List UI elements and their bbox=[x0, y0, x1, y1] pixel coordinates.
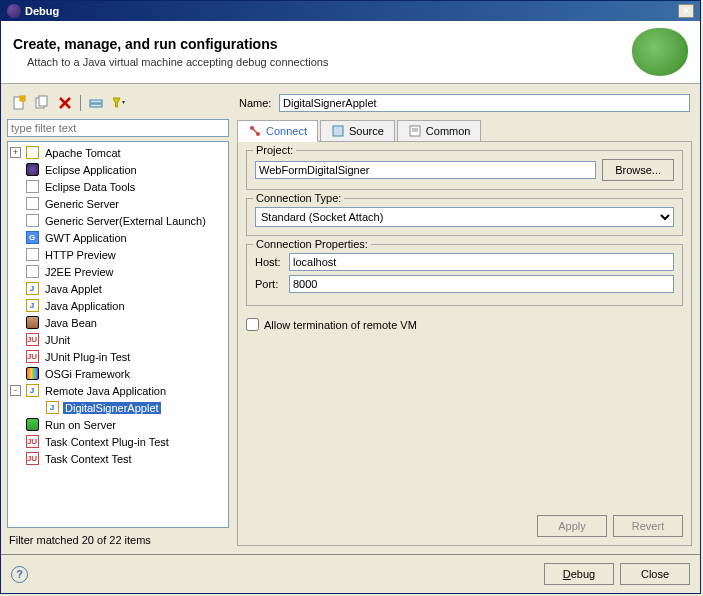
svg-rect-5 bbox=[39, 96, 47, 106]
connect-tab-panel: Project: Browse... Connection Type: Stan… bbox=[237, 142, 692, 546]
tree-item-label: JUnit bbox=[43, 334, 72, 346]
help-icon[interactable]: ? bbox=[11, 566, 28, 583]
config-type-icon bbox=[24, 196, 40, 212]
connection-type-group: Connection Type: Standard (Socket Attach… bbox=[246, 198, 683, 236]
tab-strip: ConnectSourceCommon bbox=[237, 120, 692, 142]
header-subtitle: Attach to a Java virtual machine accepti… bbox=[27, 56, 632, 68]
config-type-icon: JU bbox=[24, 434, 40, 450]
tree-item[interactable]: JUJUnit Plug-in Test bbox=[8, 348, 228, 365]
tree-item-label: Eclipse Data Tools bbox=[43, 181, 137, 193]
apply-button[interactable]: Apply bbox=[537, 515, 607, 537]
close-button[interactable]: Close bbox=[620, 563, 690, 585]
tree-item-label: JUnit Plug-in Test bbox=[43, 351, 132, 363]
project-group-title: Project: bbox=[253, 144, 296, 156]
name-label: Name: bbox=[239, 97, 279, 109]
svg-line-12 bbox=[253, 129, 257, 133]
config-type-icon: JU bbox=[24, 349, 40, 365]
config-type-icon bbox=[24, 247, 40, 263]
tree-item[interactable]: OSGi Framework bbox=[8, 365, 228, 382]
tree-item-label: HTTP Preview bbox=[43, 249, 118, 261]
tree-item-label: OSGi Framework bbox=[43, 368, 132, 380]
tree-item[interactable]: Eclipse Application bbox=[8, 161, 228, 178]
tree-item[interactable]: Generic Server(External Launch) bbox=[8, 212, 228, 229]
config-type-icon bbox=[24, 162, 40, 178]
titlebar[interactable]: Debug ✕ bbox=[1, 1, 700, 21]
tree-item-label: Java Application bbox=[43, 300, 127, 312]
tree-item[interactable]: JUTask Context Plug-in Test bbox=[8, 433, 228, 450]
tree-item-label: Java Applet bbox=[43, 283, 104, 295]
tab-label: Connect bbox=[266, 125, 307, 137]
tab-label: Common bbox=[426, 125, 471, 137]
delete-config-button[interactable] bbox=[55, 93, 75, 113]
debug-button[interactable]: Debug bbox=[544, 563, 614, 585]
tree-item[interactable]: Generic Server bbox=[8, 195, 228, 212]
revert-button[interactable]: Revert bbox=[613, 515, 683, 537]
tab-source[interactable]: Source bbox=[320, 120, 395, 141]
window-title: Debug bbox=[25, 5, 678, 17]
svg-rect-13 bbox=[333, 126, 343, 136]
connection-properties-group: Connection Properties: Host: Port: bbox=[246, 244, 683, 306]
tree-expander[interactable]: - bbox=[10, 385, 21, 396]
project-input[interactable] bbox=[255, 161, 596, 179]
config-type-icon: J bbox=[24, 298, 40, 314]
tree-item[interactable]: JJava Application bbox=[8, 297, 228, 314]
tree-item-label: Task Context Plug-in Test bbox=[43, 436, 171, 448]
tree-item-label: Generic Server bbox=[43, 198, 121, 210]
tree-item-label: Apache Tomcat bbox=[43, 147, 123, 159]
tree-item-label: Task Context Test bbox=[43, 453, 134, 465]
tree-item[interactable]: +Apache Tomcat bbox=[8, 144, 228, 161]
config-type-icon: J bbox=[44, 400, 60, 416]
tree-item[interactable]: Run on Server bbox=[8, 416, 228, 433]
tree-item-label: Run on Server bbox=[43, 419, 118, 431]
tree-expander[interactable]: + bbox=[10, 147, 21, 158]
browse-button[interactable]: Browse... bbox=[602, 159, 674, 181]
tree-item[interactable]: Eclipse Data Tools bbox=[8, 178, 228, 195]
tree-item[interactable]: GGWT Application bbox=[8, 229, 228, 246]
connection-type-select[interactable]: Standard (Socket Attach) bbox=[255, 207, 674, 227]
allow-termination-checkbox[interactable] bbox=[246, 318, 259, 331]
connection-type-title: Connection Type: bbox=[253, 192, 344, 204]
tree-item[interactable]: JUJUnit bbox=[8, 331, 228, 348]
tree-item[interactable]: JUTask Context Test bbox=[8, 450, 228, 467]
tab-connect[interactable]: Connect bbox=[237, 120, 318, 142]
filter-dropdown-button[interactable] bbox=[109, 93, 129, 113]
duplicate-config-button[interactable] bbox=[32, 93, 52, 113]
dialog-header: Create, manage, and run configurations A… bbox=[1, 21, 700, 84]
eclipse-icon bbox=[7, 4, 21, 18]
new-config-button[interactable] bbox=[9, 93, 29, 113]
tree-item[interactable]: JDigitalSignerApplet bbox=[8, 399, 228, 416]
collapse-all-button[interactable] bbox=[86, 93, 106, 113]
tree-item[interactable]: HTTP Preview bbox=[8, 246, 228, 263]
tree-item-label: Generic Server(External Launch) bbox=[43, 215, 208, 227]
svg-rect-8 bbox=[90, 100, 102, 103]
config-type-icon: J bbox=[24, 281, 40, 297]
tree-item-label: Java Bean bbox=[43, 317, 99, 329]
config-type-icon bbox=[24, 366, 40, 382]
config-type-icon bbox=[24, 264, 40, 280]
tree-item[interactable]: -JRemote Java Application bbox=[8, 382, 228, 399]
host-label: Host: bbox=[255, 256, 289, 268]
tab-common[interactable]: Common bbox=[397, 120, 482, 141]
tree-item-label: Eclipse Application bbox=[43, 164, 139, 176]
config-type-icon: JU bbox=[24, 332, 40, 348]
config-type-icon bbox=[24, 179, 40, 195]
config-type-icon bbox=[24, 213, 40, 229]
name-input[interactable] bbox=[279, 94, 690, 112]
host-input[interactable] bbox=[289, 253, 674, 271]
config-type-icon: G bbox=[24, 230, 40, 246]
config-type-icon: JU bbox=[24, 451, 40, 467]
tree-item[interactable]: JJava Applet bbox=[8, 280, 228, 297]
tree-item-label: J2EE Preview bbox=[43, 266, 115, 278]
port-label: Port: bbox=[255, 278, 289, 290]
close-icon[interactable]: ✕ bbox=[678, 4, 694, 18]
config-type-icon bbox=[24, 417, 40, 433]
config-tree[interactable]: +Apache TomcatEclipse ApplicationEclipse… bbox=[7, 141, 229, 528]
port-input[interactable] bbox=[289, 275, 674, 293]
tree-item[interactable]: J2EE Preview bbox=[8, 263, 228, 280]
tree-item[interactable]: Java Bean bbox=[8, 314, 228, 331]
filter-input[interactable] bbox=[7, 119, 229, 137]
toolbar-separator bbox=[80, 95, 81, 111]
config-toolbar bbox=[7, 90, 229, 119]
config-type-icon bbox=[24, 145, 40, 161]
config-type-icon: J bbox=[24, 383, 40, 399]
